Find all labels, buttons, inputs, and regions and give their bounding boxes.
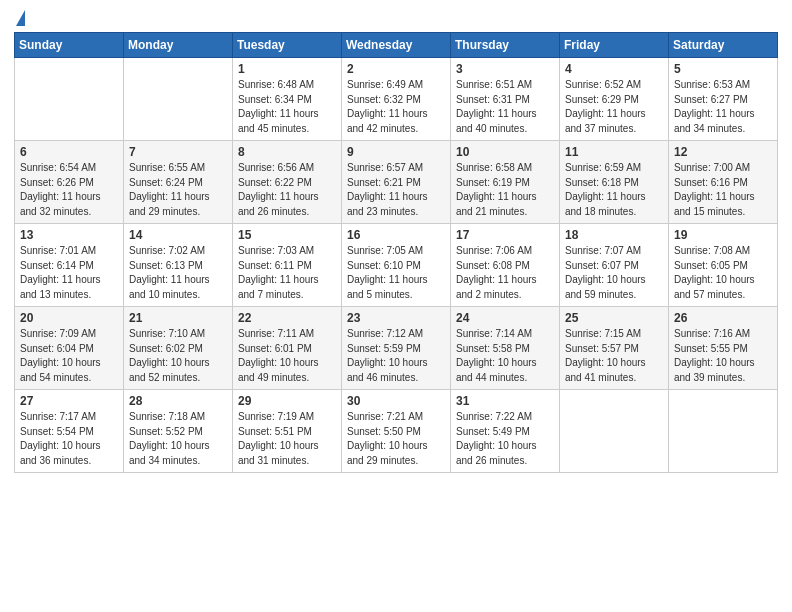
header-cell-monday: Monday [124,33,233,58]
day-content: Sunrise: 7:09 AMSunset: 6:04 PMDaylight:… [20,327,118,385]
calendar-page: SundayMondayTuesdayWednesdayThursdayFrid… [0,0,792,487]
day-content: Sunrise: 7:02 AMSunset: 6:13 PMDaylight:… [129,244,227,302]
day-content: Sunrise: 7:19 AMSunset: 5:51 PMDaylight:… [238,410,336,468]
day-number: 2 [347,62,445,76]
day-number: 25 [565,311,663,325]
calendar-cell: 14Sunrise: 7:02 AMSunset: 6:13 PMDayligh… [124,224,233,307]
calendar-cell: 13Sunrise: 7:01 AMSunset: 6:14 PMDayligh… [15,224,124,307]
day-content: Sunrise: 7:10 AMSunset: 6:02 PMDaylight:… [129,327,227,385]
calendar-cell: 11Sunrise: 6:59 AMSunset: 6:18 PMDayligh… [560,141,669,224]
day-number: 6 [20,145,118,159]
calendar-table: SundayMondayTuesdayWednesdayThursdayFrid… [14,32,778,473]
week-row-4: 20Sunrise: 7:09 AMSunset: 6:04 PMDayligh… [15,307,778,390]
header-cell-wednesday: Wednesday [342,33,451,58]
day-content: Sunrise: 7:07 AMSunset: 6:07 PMDaylight:… [565,244,663,302]
calendar-cell: 23Sunrise: 7:12 AMSunset: 5:59 PMDayligh… [342,307,451,390]
day-content: Sunrise: 7:15 AMSunset: 5:57 PMDaylight:… [565,327,663,385]
day-content: Sunrise: 6:58 AMSunset: 6:19 PMDaylight:… [456,161,554,219]
day-number: 4 [565,62,663,76]
calendar-cell: 27Sunrise: 7:17 AMSunset: 5:54 PMDayligh… [15,390,124,473]
calendar-cell: 20Sunrise: 7:09 AMSunset: 6:04 PMDayligh… [15,307,124,390]
day-number: 13 [20,228,118,242]
calendar-cell: 22Sunrise: 7:11 AMSunset: 6:01 PMDayligh… [233,307,342,390]
day-content: Sunrise: 6:51 AMSunset: 6:31 PMDaylight:… [456,78,554,136]
day-number: 3 [456,62,554,76]
logo-triangle-icon [16,10,25,26]
day-number: 12 [674,145,772,159]
calendar-cell: 5Sunrise: 6:53 AMSunset: 6:27 PMDaylight… [669,58,778,141]
day-content: Sunrise: 6:52 AMSunset: 6:29 PMDaylight:… [565,78,663,136]
calendar-cell: 4Sunrise: 6:52 AMSunset: 6:29 PMDaylight… [560,58,669,141]
header-cell-thursday: Thursday [451,33,560,58]
week-row-2: 6Sunrise: 6:54 AMSunset: 6:26 PMDaylight… [15,141,778,224]
day-number: 18 [565,228,663,242]
calendar-cell: 18Sunrise: 7:07 AMSunset: 6:07 PMDayligh… [560,224,669,307]
day-number: 17 [456,228,554,242]
day-content: Sunrise: 7:17 AMSunset: 5:54 PMDaylight:… [20,410,118,468]
day-number: 24 [456,311,554,325]
header-cell-friday: Friday [560,33,669,58]
calendar-cell: 6Sunrise: 6:54 AMSunset: 6:26 PMDaylight… [15,141,124,224]
calendar-cell: 24Sunrise: 7:14 AMSunset: 5:58 PMDayligh… [451,307,560,390]
day-content: Sunrise: 7:05 AMSunset: 6:10 PMDaylight:… [347,244,445,302]
calendar-cell: 10Sunrise: 6:58 AMSunset: 6:19 PMDayligh… [451,141,560,224]
calendar-cell: 26Sunrise: 7:16 AMSunset: 5:55 PMDayligh… [669,307,778,390]
day-content: Sunrise: 6:54 AMSunset: 6:26 PMDaylight:… [20,161,118,219]
week-row-5: 27Sunrise: 7:17 AMSunset: 5:54 PMDayligh… [15,390,778,473]
calendar-cell: 16Sunrise: 7:05 AMSunset: 6:10 PMDayligh… [342,224,451,307]
calendar-header: SundayMondayTuesdayWednesdayThursdayFrid… [15,33,778,58]
calendar-cell: 25Sunrise: 7:15 AMSunset: 5:57 PMDayligh… [560,307,669,390]
day-number: 5 [674,62,772,76]
calendar-cell: 29Sunrise: 7:19 AMSunset: 5:51 PMDayligh… [233,390,342,473]
day-content: Sunrise: 6:48 AMSunset: 6:34 PMDaylight:… [238,78,336,136]
calendar-cell: 19Sunrise: 7:08 AMSunset: 6:05 PMDayligh… [669,224,778,307]
calendar-cell: 28Sunrise: 7:18 AMSunset: 5:52 PMDayligh… [124,390,233,473]
calendar-cell: 1Sunrise: 6:48 AMSunset: 6:34 PMDaylight… [233,58,342,141]
day-content: Sunrise: 7:11 AMSunset: 6:01 PMDaylight:… [238,327,336,385]
day-content: Sunrise: 7:14 AMSunset: 5:58 PMDaylight:… [456,327,554,385]
day-content: Sunrise: 7:18 AMSunset: 5:52 PMDaylight:… [129,410,227,468]
calendar-cell: 17Sunrise: 7:06 AMSunset: 6:08 PMDayligh… [451,224,560,307]
day-content: Sunrise: 7:22 AMSunset: 5:49 PMDaylight:… [456,410,554,468]
day-number: 23 [347,311,445,325]
day-number: 28 [129,394,227,408]
header-row: SundayMondayTuesdayWednesdayThursdayFrid… [15,33,778,58]
week-row-3: 13Sunrise: 7:01 AMSunset: 6:14 PMDayligh… [15,224,778,307]
day-content: Sunrise: 7:08 AMSunset: 6:05 PMDaylight:… [674,244,772,302]
day-number: 11 [565,145,663,159]
day-number: 21 [129,311,227,325]
day-content: Sunrise: 7:06 AMSunset: 6:08 PMDaylight:… [456,244,554,302]
calendar-cell [669,390,778,473]
day-content: Sunrise: 6:55 AMSunset: 6:24 PMDaylight:… [129,161,227,219]
day-number: 31 [456,394,554,408]
day-number: 1 [238,62,336,76]
day-content: Sunrise: 6:57 AMSunset: 6:21 PMDaylight:… [347,161,445,219]
calendar-cell: 9Sunrise: 6:57 AMSunset: 6:21 PMDaylight… [342,141,451,224]
calendar-cell: 12Sunrise: 7:00 AMSunset: 6:16 PMDayligh… [669,141,778,224]
logo [14,10,25,26]
day-number: 8 [238,145,336,159]
day-number: 26 [674,311,772,325]
day-number: 29 [238,394,336,408]
header-cell-saturday: Saturday [669,33,778,58]
day-number: 10 [456,145,554,159]
day-number: 14 [129,228,227,242]
day-number: 27 [20,394,118,408]
calendar-cell: 15Sunrise: 7:03 AMSunset: 6:11 PMDayligh… [233,224,342,307]
header-cell-tuesday: Tuesday [233,33,342,58]
header-cell-sunday: Sunday [15,33,124,58]
day-number: 22 [238,311,336,325]
day-content: Sunrise: 7:16 AMSunset: 5:55 PMDaylight:… [674,327,772,385]
calendar-cell [560,390,669,473]
calendar-cell: 7Sunrise: 6:55 AMSunset: 6:24 PMDaylight… [124,141,233,224]
day-number: 9 [347,145,445,159]
calendar-cell [124,58,233,141]
header [14,10,778,26]
day-content: Sunrise: 6:59 AMSunset: 6:18 PMDaylight:… [565,161,663,219]
day-content: Sunrise: 7:12 AMSunset: 5:59 PMDaylight:… [347,327,445,385]
day-number: 16 [347,228,445,242]
day-number: 19 [674,228,772,242]
day-content: Sunrise: 6:56 AMSunset: 6:22 PMDaylight:… [238,161,336,219]
calendar-cell: 3Sunrise: 6:51 AMSunset: 6:31 PMDaylight… [451,58,560,141]
day-content: Sunrise: 7:03 AMSunset: 6:11 PMDaylight:… [238,244,336,302]
